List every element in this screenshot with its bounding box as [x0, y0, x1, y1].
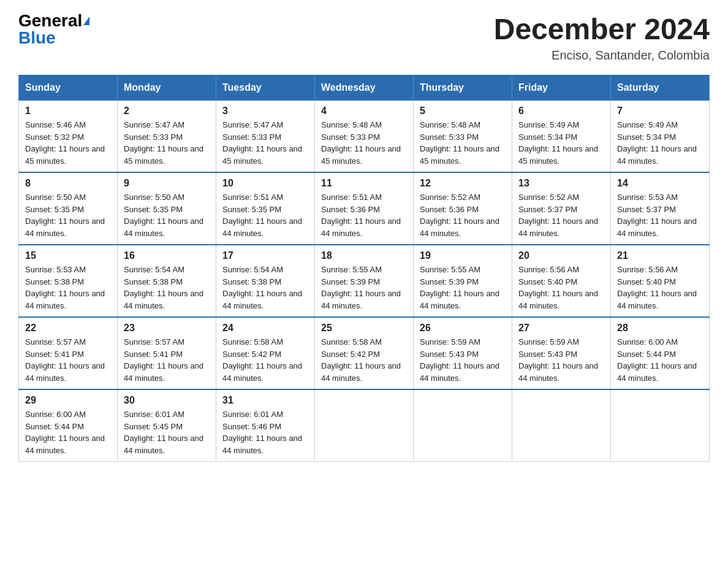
sunset-label: Sunset: 5:32 PM: [25, 132, 84, 142]
calendar-day-cell: 11 Sunrise: 5:51 AM Sunset: 5:36 PM Dayl…: [315, 172, 414, 245]
day-info: Sunrise: 5:50 AM Sunset: 5:35 PM Dayligh…: [25, 191, 111, 239]
sunrise-label: Sunrise: 6:00 AM: [617, 337, 678, 347]
sunrise-label: Sunrise: 5:48 AM: [321, 120, 382, 129]
sunrise-label: Sunrise: 5:50 AM: [25, 193, 86, 202]
day-info: Sunrise: 5:59 AM Sunset: 5:43 PM Dayligh…: [420, 336, 506, 384]
day-info: Sunrise: 6:00 AM Sunset: 5:44 PM Dayligh…: [25, 408, 111, 456]
sunrise-label: Sunrise: 5:57 AM: [25, 337, 86, 347]
daylight-label: Daylight: 11 hours and 44 minutes.: [518, 289, 598, 310]
daylight-label: Daylight: 11 hours and 44 minutes.: [124, 216, 203, 238]
day-info: Sunrise: 5:51 AM Sunset: 5:35 PM Dayligh…: [222, 191, 308, 239]
sunrise-label: Sunrise: 5:53 AM: [25, 265, 86, 274]
sunrise-label: Sunrise: 5:49 AM: [617, 120, 678, 129]
daylight-label: Daylight: 11 hours and 44 minutes.: [420, 216, 499, 238]
sunrise-label: Sunrise: 5:59 AM: [420, 337, 480, 347]
sunset-label: Sunset: 5:35 PM: [222, 205, 281, 214]
logo: General Blue: [18, 12, 89, 47]
sunset-label: Sunset: 5:38 PM: [222, 277, 281, 286]
daylight-label: Daylight: 11 hours and 44 minutes.: [321, 216, 401, 238]
daylight-label: Daylight: 11 hours and 44 minutes.: [124, 361, 203, 383]
calendar-day-cell: 9 Sunrise: 5:50 AM Sunset: 5:35 PM Dayli…: [118, 172, 216, 245]
calendar-day-cell: 15 Sunrise: 5:53 AM Sunset: 5:38 PM Dayl…: [19, 245, 118, 317]
day-info: Sunrise: 5:47 AM Sunset: 5:33 PM Dayligh…: [222, 119, 308, 167]
sunset-label: Sunset: 5:41 PM: [25, 350, 84, 359]
day-info: Sunrise: 5:59 AM Sunset: 5:43 PM Dayligh…: [518, 336, 604, 384]
sunset-label: Sunset: 5:40 PM: [617, 277, 676, 286]
sunrise-label: Sunrise: 5:46 AM: [25, 120, 86, 129]
daylight-label: Daylight: 11 hours and 45 minutes.: [518, 144, 598, 166]
daylight-label: Daylight: 11 hours and 44 minutes.: [222, 361, 302, 383]
day-number: 26: [420, 323, 506, 334]
sunrise-label: Sunrise: 5:52 AM: [518, 193, 579, 202]
calendar-day-cell: 26 Sunrise: 5:59 AM Sunset: 5:43 PM Dayl…: [414, 317, 512, 389]
day-info: Sunrise: 5:55 AM Sunset: 5:39 PM Dayligh…: [420, 264, 506, 312]
sunrise-label: Sunrise: 6:01 AM: [222, 410, 283, 419]
day-info: Sunrise: 5:52 AM Sunset: 5:37 PM Dayligh…: [518, 191, 604, 239]
day-info: Sunrise: 5:48 AM Sunset: 5:33 PM Dayligh…: [420, 119, 506, 167]
daylight-label: Daylight: 11 hours and 44 minutes.: [321, 361, 401, 383]
day-info: Sunrise: 5:54 AM Sunset: 5:38 PM Dayligh…: [124, 264, 210, 312]
day-number: 1: [25, 105, 111, 117]
calendar-day-cell: 20 Sunrise: 5:56 AM Sunset: 5:40 PM Dayl…: [512, 245, 611, 317]
calendar-day-cell: 7 Sunrise: 5:49 AM Sunset: 5:34 PM Dayli…: [611, 100, 710, 172]
sunset-label: Sunset: 5:39 PM: [420, 277, 479, 286]
day-info: Sunrise: 5:48 AM Sunset: 5:33 PM Dayligh…: [321, 119, 407, 167]
daylight-label: Daylight: 11 hours and 44 minutes.: [25, 434, 105, 455]
day-number: 16: [124, 250, 210, 261]
daylight-label: Daylight: 11 hours and 44 minutes.: [124, 434, 203, 455]
calendar-day-cell: [512, 389, 611, 462]
day-number: 30: [124, 395, 210, 406]
calendar-day-cell: [611, 389, 710, 462]
calendar-day-cell: 2 Sunrise: 5:47 AM Sunset: 5:33 PM Dayli…: [118, 100, 216, 172]
day-number: 2: [124, 105, 210, 117]
day-number: 14: [617, 178, 703, 189]
sunrise-label: Sunrise: 6:01 AM: [124, 410, 184, 419]
month-title: December 2024: [494, 12, 710, 46]
day-number: 25: [321, 323, 407, 334]
calendar-header-thursday: Thursday: [414, 75, 512, 100]
calendar-day-cell: 5 Sunrise: 5:48 AM Sunset: 5:33 PM Dayli…: [414, 100, 512, 172]
sunset-label: Sunset: 5:45 PM: [124, 422, 183, 431]
daylight-label: Daylight: 11 hours and 45 minutes.: [124, 144, 203, 166]
sunset-label: Sunset: 5:35 PM: [124, 205, 183, 214]
sunrise-label: Sunrise: 5:56 AM: [617, 265, 678, 274]
sunset-label: Sunset: 5:33 PM: [321, 132, 380, 142]
sunset-label: Sunset: 5:34 PM: [518, 132, 577, 142]
calendar-header-sunday: Sunday: [19, 75, 118, 100]
calendar-day-cell: 14 Sunrise: 5:53 AM Sunset: 5:37 PM Dayl…: [611, 172, 710, 245]
calendar-header-wednesday: Wednesday: [315, 75, 414, 100]
calendar-day-cell: [414, 389, 512, 462]
calendar-day-cell: 27 Sunrise: 5:59 AM Sunset: 5:43 PM Dayl…: [512, 317, 611, 389]
day-info: Sunrise: 5:52 AM Sunset: 5:36 PM Dayligh…: [420, 191, 506, 239]
day-info: Sunrise: 5:55 AM Sunset: 5:39 PM Dayligh…: [321, 264, 407, 312]
calendar-day-cell: 17 Sunrise: 5:54 AM Sunset: 5:38 PM Dayl…: [216, 245, 315, 317]
day-number: 29: [25, 395, 111, 406]
calendar-day-cell: 16 Sunrise: 5:54 AM Sunset: 5:38 PM Dayl…: [118, 245, 216, 317]
day-number: 13: [518, 178, 604, 189]
sunrise-label: Sunrise: 6:00 AM: [25, 410, 86, 419]
sunrise-label: Sunrise: 5:55 AM: [420, 265, 480, 274]
sunset-label: Sunset: 5:34 PM: [617, 132, 676, 142]
day-number: 12: [420, 178, 506, 189]
calendar-week-row-3: 15 Sunrise: 5:53 AM Sunset: 5:38 PM Dayl…: [19, 245, 710, 317]
daylight-label: Daylight: 11 hours and 44 minutes.: [518, 216, 598, 238]
sunrise-label: Sunrise: 5:47 AM: [222, 120, 283, 129]
daylight-label: Daylight: 11 hours and 44 minutes.: [124, 289, 203, 310]
daylight-label: Daylight: 11 hours and 44 minutes.: [222, 216, 302, 238]
sunrise-label: Sunrise: 5:51 AM: [222, 193, 283, 202]
day-info: Sunrise: 5:58 AM Sunset: 5:42 PM Dayligh…: [321, 336, 407, 384]
daylight-label: Daylight: 11 hours and 45 minutes.: [222, 144, 302, 166]
logo-blue-text: Blue: [18, 29, 56, 47]
calendar-day-cell: 4 Sunrise: 5:48 AM Sunset: 5:33 PM Dayli…: [315, 100, 414, 172]
sunset-label: Sunset: 5:41 PM: [124, 350, 183, 359]
day-info: Sunrise: 5:58 AM Sunset: 5:42 PM Dayligh…: [222, 336, 308, 384]
sunset-label: Sunset: 5:38 PM: [124, 277, 183, 286]
day-number: 11: [321, 178, 407, 189]
sunset-label: Sunset: 5:37 PM: [617, 205, 676, 214]
calendar-day-cell: 28 Sunrise: 6:00 AM Sunset: 5:44 PM Dayl…: [611, 317, 710, 389]
sunset-label: Sunset: 5:33 PM: [420, 132, 479, 142]
sunrise-label: Sunrise: 5:58 AM: [321, 337, 382, 347]
day-number: 17: [222, 250, 308, 261]
calendar-week-row-2: 8 Sunrise: 5:50 AM Sunset: 5:35 PM Dayli…: [19, 172, 710, 245]
calendar-day-cell: 25 Sunrise: 5:58 AM Sunset: 5:42 PM Dayl…: [315, 317, 414, 389]
